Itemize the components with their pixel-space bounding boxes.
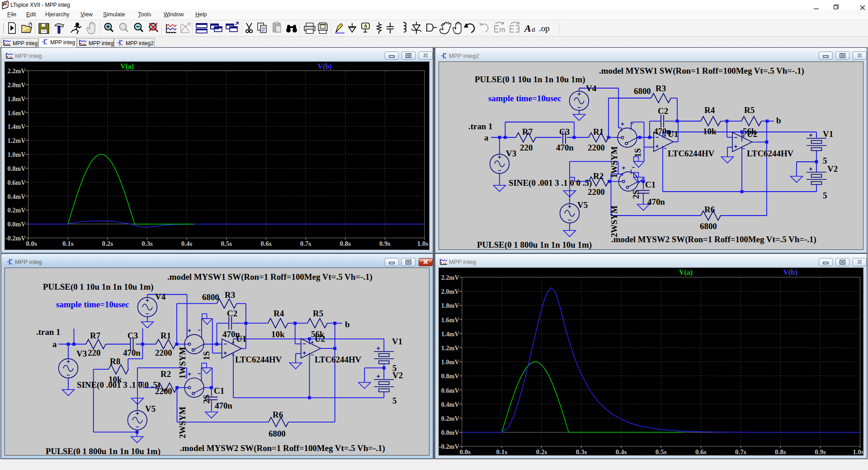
svg-text:6800: 6800 (634, 86, 651, 96)
svg-text:V4: V4 (155, 292, 166, 301)
svg-text:0.8mV: 0.8mV (7, 165, 26, 172)
svg-text:V2: V2 (392, 371, 403, 380)
svg-text:220: 220 (88, 348, 100, 357)
svg-text:.model MYSW2 SW(Ron=1 Roff=100: .model MYSW2 SW(Ron=1 Roff=100Meg Vt=.5 … (611, 235, 816, 244)
svg-text:1.0s: 1.0s (853, 448, 863, 455)
svg-text:220: 220 (520, 143, 533, 152)
svg-text:2200: 2200 (155, 386, 172, 396)
svg-text:5: 5 (392, 396, 396, 405)
svg-text:V4: V4 (586, 84, 597, 93)
svg-text:0.5s: 0.5s (221, 240, 232, 247)
svg-text:0.0mV: 0.0mV (7, 221, 26, 228)
svg-text:.model MYSW2 SW(Ron=1 Roff=100: .model MYSW2 SW(Ron=1 Roff=100Meg Vt=.5 … (180, 443, 385, 453)
svg-text:0.4mV: 0.4mV (7, 193, 26, 200)
svg-text:R7: R7 (522, 127, 533, 136)
svg-text:R8: R8 (110, 357, 120, 366)
svg-text:V1: V1 (823, 129, 833, 139)
svg-text:0.4s: 0.4s (181, 240, 193, 247)
svg-text:1.0mV: 1.0mV (7, 151, 26, 158)
svg-text:1.2mV: 1.2mV (441, 344, 460, 352)
svg-text:a: a (484, 133, 489, 142)
svg-text:2S: 2S (631, 190, 641, 199)
svg-text:-0.2mV: -0.2mV (5, 235, 26, 242)
svg-text:5: 5 (823, 191, 827, 200)
svg-text:R4: R4 (274, 309, 284, 318)
svg-text:A: A (364, 23, 368, 28)
svg-text:0.8s: 0.8s (775, 448, 786, 455)
svg-text:PULSE(0 1 10u 1n 1n 10u 1m): PULSE(0 1 10u 1n 1n 10u 1m) (43, 282, 154, 292)
svg-text:470n: 470n (215, 401, 232, 410)
svg-text:0.9s: 0.9s (815, 448, 826, 455)
svg-text:0.3s: 0.3s (142, 240, 153, 247)
svg-text:0.6s: 0.6s (260, 240, 272, 247)
svg-text:PULSE(0 1 800u 1n 1n 10u 1m): PULSE(0 1 800u 1n 1n 10u 1m) (46, 446, 160, 455)
svg-text:V5: V5 (145, 404, 156, 414)
svg-text:U1: U1 (236, 334, 246, 343)
svg-text:1S: 1S (633, 148, 642, 157)
svg-text:sample time=10usec: sample time=10usec (488, 94, 561, 103)
svg-text:2200: 2200 (588, 187, 605, 197)
svg-text:0.0s: 0.0s (460, 448, 471, 455)
svg-text:2200: 2200 (588, 143, 605, 152)
svg-text:C3: C3 (559, 127, 570, 136)
svg-text:0.7s: 0.7s (735, 448, 746, 455)
svg-text:1.8mV: 1.8mV (7, 95, 26, 103)
svg-text:.tran 1: .tran 1 (36, 327, 61, 337)
svg-text:0.6s: 0.6s (695, 448, 707, 455)
svg-text:1.8mV: 1.8mV (441, 302, 460, 309)
svg-text:b: b (776, 116, 781, 125)
svg-text:6800: 6800 (202, 292, 219, 302)
svg-text:0.8s: 0.8s (340, 240, 351, 247)
svg-text:LTC6244HV: LTC6244HV (235, 355, 282, 364)
svg-text:2S: 2S (202, 395, 211, 404)
svg-text:1.6mV: 1.6mV (7, 109, 26, 117)
svg-text:0.0s: 0.0s (26, 240, 37, 247)
svg-text:2WSYM: 2WSYM (609, 206, 619, 237)
svg-text:2200: 2200 (155, 348, 172, 357)
svg-text:R5: R5 (744, 105, 755, 115)
svg-text:1.4mV: 1.4mV (441, 330, 460, 338)
svg-text:1S: 1S (202, 351, 211, 360)
svg-text:2.2mV: 2.2mV (7, 67, 26, 75)
svg-text:R4: R4 (704, 105, 715, 115)
svg-text:6800: 6800 (269, 429, 286, 438)
svg-text:470n: 470n (647, 197, 665, 207)
svg-text:0.9s: 0.9s (379, 240, 391, 247)
svg-text:V3: V3 (506, 149, 516, 158)
svg-text:R1: R1 (160, 331, 171, 340)
svg-text:10k: 10k (108, 375, 122, 384)
svg-text:V(b): V(b) (783, 268, 797, 277)
svg-text:R2: R2 (593, 171, 604, 181)
svg-text:0.1s: 0.1s (496, 448, 508, 455)
svg-text:0.0mV: 0.0mV (441, 429, 460, 436)
svg-text:0.8mV: 0.8mV (441, 372, 460, 380)
svg-text:.op: .op (539, 24, 550, 33)
svg-text:0.7s: 0.7s (300, 240, 311, 247)
svg-text:0.5s: 0.5s (656, 448, 667, 455)
svg-text:1.2mV: 1.2mV (7, 137, 26, 144)
svg-text:0.1s: 0.1s (62, 240, 74, 247)
svg-text:0.6mV: 0.6mV (441, 387, 460, 394)
svg-text:R2: R2 (160, 369, 171, 379)
svg-text:C1: C1 (645, 180, 656, 189)
svg-text:0.2mV: 0.2mV (441, 415, 460, 422)
svg-text:a: a (532, 25, 535, 33)
svg-text:LTC6244HV: LTC6244HV (747, 149, 794, 158)
svg-text:R1: R1 (593, 127, 604, 136)
svg-text:0.6mV: 0.6mV (7, 179, 26, 186)
svg-text:V3: V3 (76, 349, 87, 358)
svg-text:0.4mV: 0.4mV (441, 401, 460, 408)
svg-text:A: A (524, 23, 531, 34)
svg-text:2WSYM: 2WSYM (178, 407, 187, 438)
svg-text:V(a): V(a) (679, 268, 693, 277)
svg-text:2.2mV: 2.2mV (441, 274, 460, 281)
svg-text:PULSE(0 1 10u 1n 1n 10u 1m): PULSE(0 1 10u 1n 1n 10u 1m) (475, 75, 585, 85)
svg-text:.model MYSW1 SW(Ron=1 Roff=100: .model MYSW1 SW(Ron=1 Roff=100Meg Vt=.5 … (167, 272, 373, 282)
svg-text:0.3s: 0.3s (576, 448, 587, 455)
svg-text:C1: C1 (214, 386, 224, 395)
svg-text:V1: V1 (392, 337, 402, 346)
svg-text:.tran 1: .tran 1 (468, 122, 493, 131)
svg-text:C2: C2 (658, 106, 668, 116)
svg-text:.model MYSW1 SW(Ron=1 Roff=100: .model MYSW1 SW(Ron=1 Roff=100Meg Vt=.5 … (599, 66, 804, 76)
svg-text:6800: 6800 (700, 221, 717, 231)
